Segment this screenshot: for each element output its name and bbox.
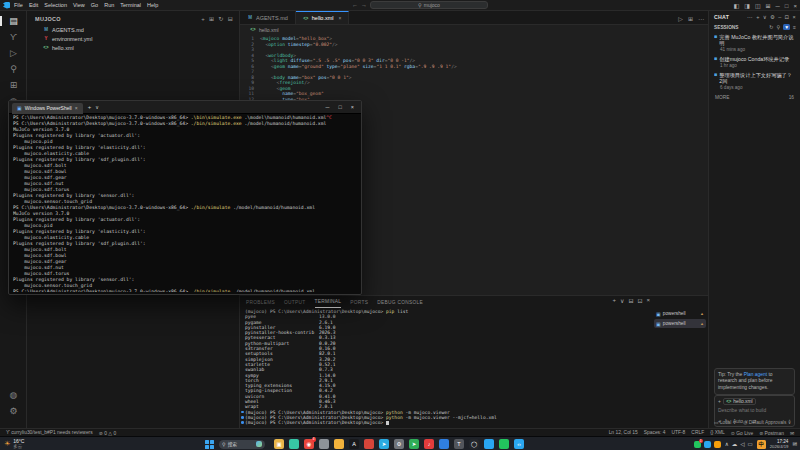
problems-status[interactable]: ⊘ 0 △ 0 [99,430,116,436]
app-green-icon[interactable]: ➤ [409,439,419,449]
activitybar-explorer-icon[interactable]: ▤ [0,16,27,26]
command-decoration-icon[interactable] [241,421,244,424]
indentation-status[interactable]: Spaces: 4 [644,430,666,435]
tray-expand-icon[interactable]: ∧ [725,441,729,447]
app-a-icon[interactable]: A [349,439,359,449]
approvals-selector[interactable]: ◎ Default Approvals ∨ [743,420,791,425]
notifications-icon[interactable]: ✉ [790,430,794,436]
activitybar-account-icon[interactable]: ◍ [0,390,27,400]
tab-dropdown-icon[interactable]: ∨ [95,104,99,110]
tab-AGENTS.md[interactable]: MAGENTS.md [240,11,296,24]
battery-icon[interactable]: ▭ [748,441,753,447]
terminal-list-item[interactable]: ▣powershell▲ [654,319,706,328]
minimize-icon[interactable]: – [778,14,781,20]
environment-selector[interactable]: ▭ Local ∨ [714,420,736,425]
menu-help[interactable]: Help [147,2,158,8]
onedrive-icon[interactable]: ☁ [732,441,738,447]
more-actions-icon[interactable]: ⋯ [698,15,704,22]
activitybar-settings-icon[interactable]: ⚙ [0,406,27,416]
powershell-titlebar[interactable]: ▣ Windows PowerShell × + ∨ ─ □ × [9,101,361,114]
taskbar-search[interactable]: ⚲ 搜索 [219,440,265,449]
camera-app-icon[interactable] [319,439,329,449]
file-item-environment.yml[interactable]: Yenvironment.yml [27,34,239,43]
minimize-icon[interactable]: ─ [776,3,780,9]
menu-selection[interactable]: Selection [44,2,67,8]
cursor-position-status[interactable]: Ln 12, Col 15 [609,430,638,435]
tray-wechat-icon[interactable]: 1 [694,441,701,448]
netease-music-icon[interactable]: ♪ [424,439,434,449]
refresh-explorer-icon[interactable]: ↻ [218,16,223,22]
maximize-icon[interactable]: □ [785,3,789,9]
menu-edit[interactable]: Edit [29,2,38,8]
git-branch-status[interactable]: ϒ curryliu30/test_b#P1 needs reviewers [6,430,93,435]
powershell-window[interactable]: ▣ Windows PowerShell × + ∨ ─ □ × PS C:\U… [8,100,362,295]
panel-tab-problems[interactable]: PROBLEMS [246,300,275,305]
taskbar-weather-widget[interactable]: ☀ 16°C 多云 [4,438,24,449]
new-chat-icon[interactable]: + [756,14,760,20]
more-icon[interactable]: ⋯ [747,14,753,20]
plan-agent-link[interactable]: Plan agent [744,372,767,377]
menu-file[interactable]: File [14,2,23,8]
activitybar-run-and-debug-icon[interactable]: ▷ [0,48,27,58]
activitybar-extensions-icon[interactable]: ⊞ [0,80,27,90]
toggle-secondary-sidebar-icon[interactable]: ◫ [755,2,761,9]
ime-indicator[interactable]: 中 [757,440,766,449]
close-panel-icon[interactable]: × [646,297,650,304]
panel-tab-terminal[interactable]: TERMINAL [315,296,342,308]
tray-alert-icon[interactable] [714,441,721,448]
app-t-icon[interactable]: T [454,439,464,449]
split-editor-icon[interactable]: ⊞ [688,15,693,22]
qq-icon[interactable] [484,439,494,449]
context-chip-hello-xml[interactable]: <> hello.xml [723,398,756,405]
tab-close-icon[interactable]: × [75,105,78,111]
tab-close-icon[interactable]: × [339,15,342,21]
command-decoration-icon[interactable] [241,416,244,419]
collapse-folders-icon[interactable]: ⊟ [228,16,233,22]
file-explorer-icon[interactable]: ▣ [274,439,284,449]
postman-status[interactable]: ⊘ Postman [759,430,784,436]
menu-run[interactable]: Run [104,2,114,8]
settings-icon[interactable]: ⚙ [394,439,404,449]
chrome-icon[interactable]: ◉4 [304,439,314,449]
tray-qq-icon[interactable] [704,441,711,448]
menu-view[interactable]: View [73,2,85,8]
wechat-icon[interactable] [499,439,509,449]
close-icon[interactable]: × [792,14,796,20]
filter-icon[interactable]: ▼ [783,24,790,30]
run-file-icon[interactable]: ▷ [678,15,683,22]
activitybar-search-icon[interactable]: ⚲ [0,64,27,74]
language-mode-status[interactable]: {} XML [710,430,725,435]
explorer-section-title[interactable]: MUJOCO [35,16,61,22]
new-file-icon[interactable]: + [201,16,205,22]
ps-maximize-icon[interactable]: □ [338,104,341,110]
app-red-icon[interactable] [364,439,374,449]
sessions-section-title[interactable]: SESSIONS [714,25,739,30]
start-button[interactable] [205,440,214,449]
taskbar-clock[interactable]: 17:24 2026/4/19 [770,439,789,449]
eol-status[interactable]: CRLF [691,430,704,435]
encoding-status[interactable]: UTF-8 [671,430,685,435]
toggle-sidebar-icon[interactable]: ◧ [734,2,740,9]
clock-app-icon[interactable] [334,439,344,449]
search-icon[interactable]: ⚲ [776,24,780,30]
refresh-icon[interactable]: ↻ [769,24,773,30]
menu-go[interactable]: Go [91,2,98,8]
panel-tab-debug-console[interactable]: DEBUG CONSOLE [377,300,423,305]
microsoft-store-icon[interactable] [289,439,299,449]
notification-center-icon[interactable]: ✉ [792,441,797,447]
nav-forward-icon[interactable]: → [361,2,367,8]
new-terminal-icon[interactable]: + [613,297,617,304]
activitybar-source-control-icon[interactable]: ϒ [0,32,27,42]
panel-tab-output[interactable]: OUTPUT [284,300,306,305]
volume-icon[interactable]: ◁ [740,441,744,447]
list-view-icon[interactable]: ≡ [793,24,796,30]
breadcrumb[interactable]: <> hello.xml [240,25,708,34]
new-folder-icon[interactable]: ⊞ [209,16,214,22]
settings-gear-icon[interactable]: ⚙ [770,14,775,20]
terminal-dropdown-icon[interactable]: ∨ [620,297,624,304]
menu-terminal[interactable]: Terminal [120,2,141,8]
file-item-AGENTS.md[interactable]: MAGENTS.md [27,25,239,34]
nav-back-icon[interactable]: ← [352,2,358,8]
panel-tab-ports[interactable]: PORTS [350,300,368,305]
github-desktop-icon[interactable]: ◯ [469,439,479,449]
